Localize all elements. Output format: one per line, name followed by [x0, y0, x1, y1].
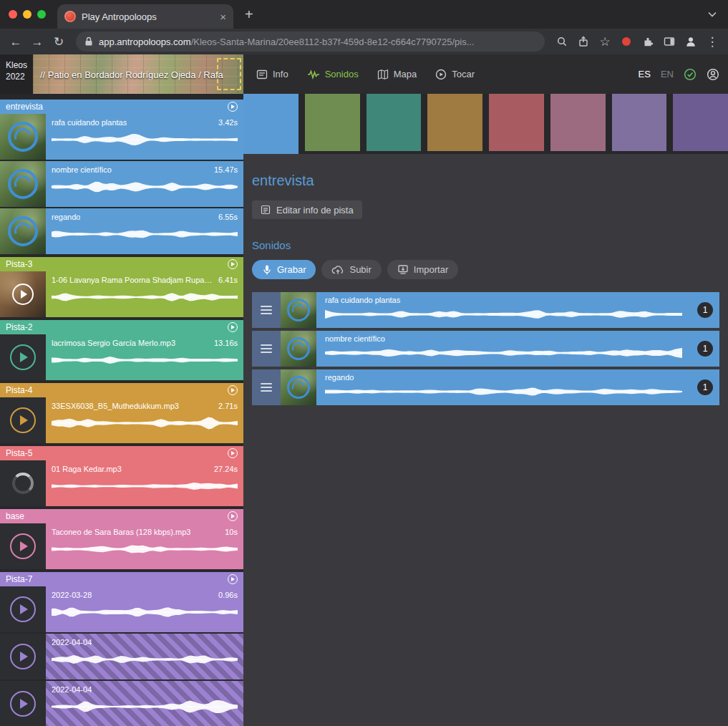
- clip[interactable]: regando6.55s: [0, 208, 243, 254]
- sound-row[interactable]: nombre científico1: [252, 331, 719, 367]
- clip[interactable]: 2022-03-280.96s: [0, 586, 243, 632]
- bookmark-star-icon[interactable]: ☆: [595, 32, 615, 52]
- track-header[interactable]: Pista-2: [0, 320, 243, 334]
- track-name: entrevista: [6, 102, 43, 112]
- zoom-window-button[interactable]: [37, 10, 46, 19]
- clip[interactable]: nombre científico15.47s: [0, 161, 243, 207]
- waveform: [52, 223, 238, 245]
- url-path: /Kleos-Santa-Marina/20ee8112-b37f-459d-8…: [191, 37, 475, 47]
- track-play-icon[interactable]: [228, 102, 238, 112]
- new-tab-button[interactable]: +: [245, 7, 253, 21]
- extensions-puzzle-icon[interactable]: [638, 32, 658, 52]
- record-label: Grabar: [277, 264, 306, 275]
- browser-profile-avatar[interactable]: [681, 32, 701, 52]
- zoom-icon[interactable]: [552, 32, 572, 52]
- track-header[interactable]: Pista-3: [0, 257, 243, 271]
- edit-track-info-button[interactable]: Editar info de pista: [252, 200, 362, 219]
- tab-search-chevron-icon[interactable]: [708, 11, 717, 17]
- clip[interactable]: Taconeo de Sara Baras (128 kbps).mp310s: [0, 523, 243, 569]
- track-swatch-4[interactable]: [427, 94, 482, 151]
- record-button[interactable]: Grabar: [252, 260, 316, 279]
- clip-title: lacrimosa Sergio García Merlo.mp3: [52, 339, 175, 347]
- account-icon[interactable]: [707, 68, 719, 81]
- track-swatch-8[interactable]: [673, 94, 728, 151]
- drag-handle-icon[interactable]: [252, 369, 281, 405]
- track-swatch-7[interactable]: [612, 94, 667, 151]
- track-Pista-3: Pista-31-06 Lavanya Rama Poorna Shadjam …: [0, 257, 243, 317]
- nav-info[interactable]: Info: [256, 69, 288, 80]
- drag-handle-icon[interactable]: [252, 331, 281, 367]
- track-play-icon[interactable]: [228, 385, 238, 395]
- clip-thumbnail: [0, 334, 46, 380]
- clip[interactable]: 01 Raga Kedar.mp327.24s: [0, 460, 243, 506]
- nav-tocar[interactable]: Tocar: [435, 69, 475, 80]
- forward-button[interactable]: →: [27, 32, 47, 52]
- recording-extension-icon[interactable]: [622, 37, 631, 46]
- track-play-icon[interactable]: [228, 322, 238, 332]
- nav-sonidos[interactable]: Sonidos: [307, 69, 359, 79]
- track-entrevista: entrevistarafa cuidando plantas3.42snomb…: [0, 100, 243, 254]
- reload-button[interactable]: ↻: [49, 32, 69, 52]
- browser-toolbar: ← → ↻ app.antropoloops.com/Kleos-Santa-M…: [0, 29, 728, 54]
- share-icon[interactable]: [573, 32, 593, 52]
- play-icon[interactable]: [10, 644, 36, 669]
- track-swatch-2[interactable]: [305, 94, 360, 151]
- browser-tab[interactable]: Play Antropoloops ×: [57, 4, 233, 29]
- sound-body: rafa cuidando plantas: [316, 292, 719, 328]
- clip[interactable]: 2022-04-04: [0, 681, 243, 726]
- clip[interactable]: 1-06 Lavanya Rama Poorna Shadjam Rupak..…: [0, 271, 243, 317]
- import-button[interactable]: Importar: [387, 260, 458, 279]
- back-button[interactable]: ←: [6, 32, 26, 52]
- sound-row[interactable]: rafa cuidando plantas1: [252, 292, 719, 328]
- play-icon[interactable]: [10, 533, 36, 559]
- clip-body: nombre científico15.47s: [46, 161, 243, 207]
- track-Pista-2: Pista-2lacrimosa Sergio García Merlo.mp3…: [0, 320, 243, 380]
- track-play-icon[interactable]: [228, 511, 238, 521]
- sync-check-icon[interactable]: [684, 68, 697, 81]
- nav-mapa[interactable]: Mapa: [377, 69, 417, 80]
- import-icon: [397, 264, 409, 275]
- upload-button[interactable]: Subir: [321, 260, 381, 279]
- waveform: [52, 412, 238, 434]
- clip[interactable]: lacrimosa Sergio García Merlo.mp313.16s: [0, 334, 243, 380]
- track-header[interactable]: Pista-5: [0, 446, 243, 460]
- sound-thumbnail: [281, 369, 316, 405]
- play-icon[interactable]: [10, 344, 36, 370]
- track-swatch-1[interactable]: [243, 94, 299, 154]
- play-icon[interactable]: [10, 596, 36, 622]
- waveform-icon: [307, 69, 320, 79]
- track-play-icon[interactable]: [228, 259, 238, 269]
- tab-title: Play Antropoloops: [82, 11, 214, 22]
- sound-row[interactable]: regando1: [252, 369, 719, 405]
- close-tab-icon[interactable]: ×: [220, 11, 226, 22]
- side-panel-icon[interactable]: [659, 32, 679, 52]
- antropoloops-logo-icon: [8, 122, 38, 152]
- lang-en-button[interactable]: EN: [661, 69, 674, 79]
- close-window-button[interactable]: [9, 10, 17, 19]
- track-header[interactable]: Pista-7: [0, 572, 243, 586]
- clip-duration: 6.41s: [218, 276, 238, 284]
- minimize-window-button[interactable]: [23, 10, 31, 19]
- track-play-icon[interactable]: [228, 574, 238, 584]
- drag-handle-icon[interactable]: [252, 292, 281, 328]
- track-swatch-3[interactable]: [367, 94, 422, 151]
- track-swatch-5[interactable]: [489, 94, 544, 151]
- track-swatch-6[interactable]: [550, 94, 606, 151]
- waveform: [52, 129, 238, 150]
- waveform: [325, 344, 682, 362]
- play-icon[interactable]: [10, 691, 36, 717]
- clip[interactable]: rafa cuidando plantas3.42s: [0, 114, 243, 160]
- clip[interactable]: 2022-04-04: [0, 634, 243, 679]
- play-icon[interactable]: [10, 407, 36, 433]
- track-header[interactable]: entrevista: [0, 100, 243, 114]
- lang-es-button[interactable]: ES: [639, 69, 651, 79]
- track-header[interactable]: Pista-4: [0, 383, 243, 397]
- remix-cover-image[interactable]: // Patio en Bordador Rodríguez Ojeda / R…: [33, 54, 243, 94]
- play-icon[interactable]: [12, 284, 34, 305]
- clip-body: 01 Raga Kedar.mp327.24s: [46, 460, 243, 506]
- browser-menu-icon[interactable]: ⋮: [702, 32, 722, 52]
- clip[interactable]: 33ESX6038_B5_Muthedukkum.mp32.71s: [0, 397, 243, 443]
- address-bar[interactable]: app.antropoloops.com/Kleos-Santa-Marina/…: [76, 32, 545, 52]
- track-header[interactable]: base: [0, 509, 243, 523]
- track-play-icon[interactable]: [228, 448, 238, 458]
